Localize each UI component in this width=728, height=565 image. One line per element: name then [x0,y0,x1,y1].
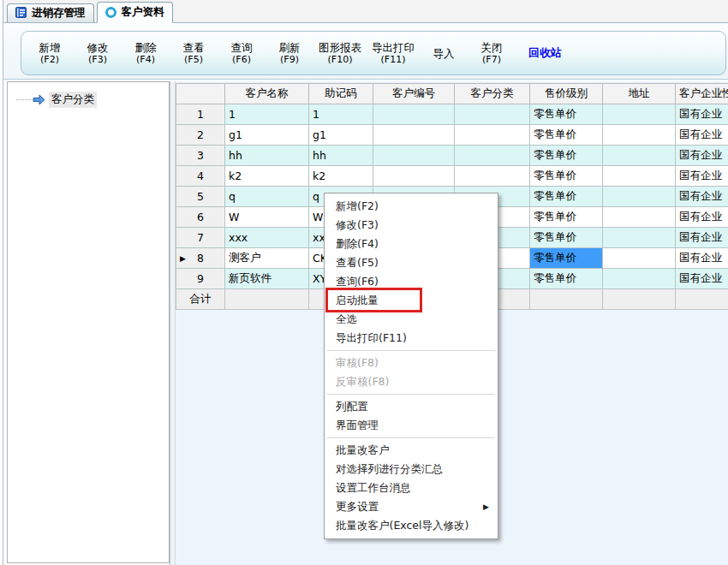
context-menu-item[interactable]: 设置工作台消息 [325,479,497,497]
toolbar-button[interactable]: 删除(F4) [124,41,167,65]
table-cell[interactable]: 零售单价 [530,187,603,207]
table-cell[interactable]: 国有企业 [676,248,728,269]
toolbar-button[interactable]: 刷新(F9) [268,41,311,65]
table-cell[interactable]: hh [309,146,373,166]
table-cell[interactable]: k2 [225,166,309,187]
context-menu-item[interactable]: 导出打印(F11) [325,329,497,348]
toolbar-button[interactable]: 查询(F6) [220,41,263,65]
table-cell[interactable]: 国有企业 [676,228,728,248]
column-header[interactable]: 客户编号 [373,84,455,104]
column-header[interactable]: 助记码 [309,84,373,104]
table-cell[interactable]: 零售单价 [530,104,603,125]
table-cell[interactable]: 零售单价 [530,125,603,146]
toolbar-button[interactable]: 修改(F3) [76,41,119,65]
table-cell[interactable]: q [225,187,309,207]
table-cell[interactable] [455,125,530,146]
context-menu-item[interactable]: 启动批量 [325,291,497,310]
context-menu-item[interactable]: 对选择列进行分类汇总 [325,460,497,479]
table-cell[interactable] [603,187,676,207]
table-cell[interactable] [373,166,455,187]
row-number-cell[interactable]: 6 [176,207,225,228]
table-cell[interactable] [455,166,530,187]
toolbar-button[interactable]: 导出打印(F11) [369,41,417,65]
table-cell[interactable]: 国有企业 [676,166,728,187]
table-cell[interactable]: 零售单价 [530,207,603,228]
context-menu-item[interactable]: 查询(F6) [325,272,497,291]
table-cell[interactable]: 测客户 [225,248,309,269]
table-cell[interactable]: 国有企业 [676,187,728,207]
context-menu-item[interactable]: 修改(F3) [325,216,497,235]
context-menu-item[interactable]: 更多设置▶ [325,497,497,516]
row-number-cell[interactable]: 9 [176,269,225,289]
form-icon [15,7,27,21]
recycle-bin-link[interactable]: 回收站 [528,45,562,61]
context-menu-item[interactable]: 批量改客户 [325,441,497,460]
row-number-cell[interactable]: 2 [176,125,225,146]
table-cell[interactable]: xxx [225,228,309,248]
context-menu-item[interactable]: 新增(F2) [325,197,497,216]
toolbar-button-shortcut: (F6) [223,54,260,65]
table-cell[interactable]: 国有企业 [676,207,728,228]
table-cell[interactable] [603,207,676,228]
table-cell[interactable]: 国有企业 [676,269,728,289]
tree-dotted-line [16,99,31,100]
context-menu-item[interactable]: 界面管理 [325,416,497,435]
table-cell[interactable] [603,269,676,289]
context-menu: 新增(F2)修改(F3)删除(F4)查看(F5)查询(F6)启动批量全选导出打印… [324,193,498,539]
table-cell[interactable]: k2 [309,166,373,187]
toolbar-button[interactable]: 关闭(F7) [470,41,513,65]
row-number-cell[interactable]: 5 [176,187,225,207]
table-cell[interactable] [373,125,455,146]
row-number-cell[interactable]: 8▶ [176,248,225,269]
table-cell[interactable]: hh [225,146,309,166]
table-cell[interactable]: W [225,207,309,228]
tab-customer-data[interactable]: 客户资料 [97,2,173,23]
table-cell[interactable] [603,248,676,269]
table-cell[interactable]: 新页软件 [225,269,309,289]
table-cell[interactable]: 零售单价 [530,146,603,166]
table-cell[interactable]: 国有企业 [676,125,728,146]
table-cell[interactable]: 零售单价 [530,228,603,248]
table-cell[interactable] [373,104,455,125]
table-cell[interactable] [603,146,676,166]
table-cell[interactable]: g1 [309,125,373,146]
row-number-cell[interactable]: 1 [176,104,225,125]
panel-splitter[interactable] [170,81,176,565]
table-cell[interactable] [455,104,530,125]
context-menu-item[interactable]: 删除(F4) [325,235,497,253]
toolbar-button[interactable]: 图形报表(F10) [316,41,364,65]
column-header[interactable]: 客户名称 [225,84,309,104]
toolbar-button[interactable]: 新增(F2) [28,41,71,65]
table-cell[interactable]: 1 [225,104,309,125]
table-cell[interactable]: 国有企业 [676,146,728,166]
context-menu-item[interactable]: 全选 [325,310,497,329]
table-cell[interactable] [455,146,530,166]
table-cell[interactable]: 零售单价 [530,248,603,269]
table-cell[interactable]: 零售单价 [530,269,603,289]
context-menu-item[interactable]: 查看(F5) [325,253,497,272]
table-cell[interactable]: 零售单价 [530,166,603,187]
context-menu-item[interactable]: 批量改客户(Excel导入修改) [325,516,497,535]
tab-inventory-management[interactable]: 进销存管理 [7,3,94,22]
table-cell[interactable] [373,146,455,166]
menu-separator [327,437,495,438]
toolbar-button[interactable]: 查看(F5) [172,41,215,65]
column-header[interactable]: 售价级别 [530,84,603,104]
table-cell[interactable] [603,166,676,187]
table-cell[interactable] [603,104,676,125]
table-cell[interactable]: g1 [225,125,309,146]
context-menu-item[interactable]: 列配置 [325,397,497,416]
tree-item-customer-category[interactable]: 客户分类 [8,92,169,108]
row-number-cell[interactable]: 4 [176,166,225,187]
row-number-cell[interactable]: 7 [176,228,225,248]
column-header[interactable]: 客户企业性质 [676,84,728,104]
table-cell[interactable] [603,125,676,146]
table-cell[interactable] [603,228,676,248]
table-cell[interactable]: 1 [309,104,373,125]
column-header[interactable]: 地址 [603,84,676,104]
table-cell[interactable]: 国有企业 [676,104,728,125]
row-number-cell[interactable]: 3 [176,146,225,166]
column-header[interactable]: 客户分类 [455,84,530,104]
toolbar-button-label: 查询 [231,41,253,54]
toolbar-button[interactable]: 导入 [422,47,465,60]
